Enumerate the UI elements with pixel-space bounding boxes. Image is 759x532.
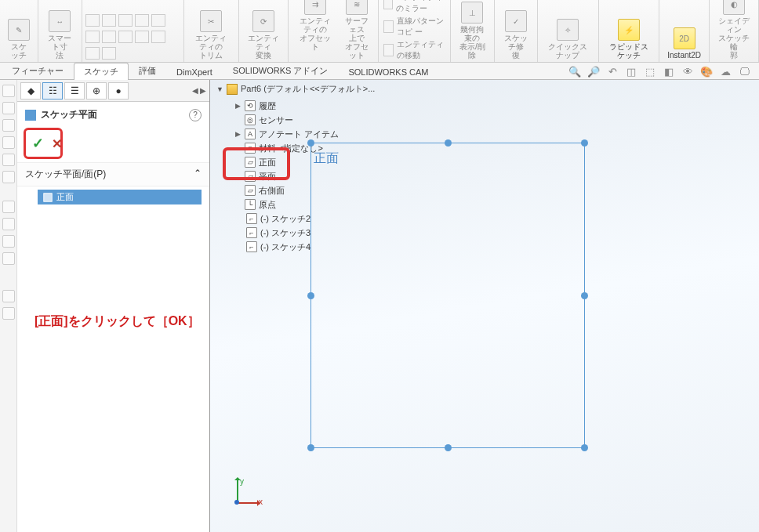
tp-view-palette-icon[interactable] (2, 136, 15, 149)
tab-addins[interactable]: SOLIDWORKS アドイン (223, 62, 339, 79)
breadcrumb: ▼ Part6 (デフォルト<<デフォルト>... (216, 83, 375, 95)
tp-icon-11[interactable] (2, 290, 15, 302)
arc-tool[interactable] (118, 14, 133, 27)
hide-show-icon[interactable]: 👁 (681, 64, 695, 78)
selected-plane[interactable]: 正面 (38, 190, 202, 204)
view-settings-icon[interactable]: 🖵 (737, 64, 751, 78)
tab-dimxpert[interactable]: DimXpert (166, 64, 223, 79)
scene-icon[interactable]: ☁ (718, 64, 732, 78)
crumb-expand-icon[interactable]: ▼ (216, 85, 223, 93)
move-icon[interactable] (383, 44, 394, 56)
mirror-icon[interactable] (383, 0, 393, 9)
fillet-tool[interactable] (85, 47, 100, 60)
tree-history[interactable]: ▶⟲履歴 (221, 99, 339, 113)
tab-evaluate[interactable]: 評価 (129, 62, 166, 79)
face-icon (42, 192, 53, 203)
zoom-fit-icon[interactable]: 🔍 (568, 64, 582, 78)
reference-triad[interactable]: y x (221, 479, 260, 518)
convert-cmd[interactable]: ⟳ エンティティ 変換 (244, 9, 283, 61)
ok-button[interactable]: ✓ (32, 135, 44, 152)
appearance-icon[interactable]: 🎨 (699, 64, 714, 78)
dimxpert-manager-tab[interactable]: ⊕ (86, 82, 107, 100)
handle-br[interactable] (581, 444, 588, 451)
plane-icon: ▱ (245, 185, 256, 196)
trim-icon: ✂ (200, 10, 222, 32)
tp-icon-7[interactable] (2, 201, 15, 213)
handle-mr[interactable] (581, 292, 588, 299)
slot-tool[interactable] (85, 31, 100, 43)
view-orient-icon[interactable]: ⬚ (643, 64, 657, 78)
repair-cmd[interactable]: ✓ スケッチ修 復 (499, 9, 533, 61)
display-manager-tab[interactable]: ● (108, 82, 129, 100)
spline-tool[interactable] (151, 14, 165, 27)
tab-cam[interactable]: SOLIDWORKS CAM (338, 64, 438, 79)
selected-plane-graphic[interactable] (310, 143, 585, 448)
zoom-area-icon[interactable]: 🔎 (586, 64, 601, 78)
material-icon: ≡ (245, 143, 256, 154)
handle-bl[interactable] (307, 444, 314, 451)
section-view-icon[interactable]: ◫ (624, 64, 638, 78)
text-tool[interactable] (135, 31, 149, 43)
axis-x-label: x (259, 498, 263, 506)
next-page[interactable]: ▶ (200, 86, 206, 95)
snap-cmd[interactable]: ✧ クイックスナップ (543, 17, 594, 61)
convert-icon: ⟳ (252, 10, 274, 32)
annotations-icon: A (245, 128, 256, 139)
tp-custom-props-icon[interactable] (2, 171, 15, 183)
tab-features[interactable]: フィーチャー (2, 62, 74, 79)
sketch-cmd[interactable]: ✎ スケッチ (5, 17, 33, 61)
sketch-icon: ⌐ (246, 213, 257, 224)
graphics-viewport[interactable]: ▼ Part6 (デフォルト<<デフォルト>... ▶⟲履歴 ◎センサー ▶Aア… (210, 80, 759, 532)
display-style-icon[interactable]: ◧ (662, 64, 676, 78)
tree-sensors[interactable]: ◎センサー (221, 113, 339, 127)
handle-ml[interactable] (307, 292, 314, 299)
handle-tc[interactable] (445, 139, 452, 147)
handle-bc[interactable] (445, 444, 452, 451)
instant2d-cmd[interactable]: 2D Instant2D (664, 26, 704, 61)
crumb-part[interactable]: Part6 (デフォルト<<デフォルト>... (241, 83, 375, 95)
trim-cmd[interactable]: ✂ エンティティの トリム (189, 9, 234, 61)
manager-tabs: ◆ ☷ ☰ ⊕ ● ◀▶ (17, 80, 209, 102)
tp-appearances-icon[interactable] (2, 154, 15, 166)
polygon-tool[interactable] (102, 31, 116, 43)
handle-tr[interactable] (581, 139, 588, 147)
pm-title-text: スケッチ平面 (41, 108, 97, 121)
tp-icon-10[interactable] (2, 252, 15, 265)
handle-tl[interactable] (307, 139, 314, 147)
tp-icon-12[interactable] (2, 307, 15, 320)
rect-tool[interactable] (135, 14, 149, 27)
section-sketch-plane[interactable]: スケッチ平面/面(P) ⌃ (17, 162, 209, 186)
sensors-icon: ◎ (245, 114, 256, 125)
property-manager-tab[interactable]: ☷ (42, 82, 63, 100)
collapse-icon[interactable]: ⌃ (194, 168, 202, 181)
circle-tool[interactable] (102, 14, 116, 27)
tp-icon-8[interactable] (2, 218, 15, 230)
feature-manager-tab[interactable]: ◆ (20, 82, 41, 100)
point-tool[interactable] (151, 31, 165, 43)
surf-offset-cmd[interactable]: ≋ サーフェス 上で オフセット (340, 0, 373, 61)
surf-offset-icon: ≋ (346, 0, 368, 15)
chamfer-tool[interactable] (102, 47, 116, 60)
offset-cmd[interactable]: ⇉ エンティティの オフセット (293, 0, 337, 61)
line-tool[interactable] (85, 14, 100, 27)
cancel-button[interactable]: ✕ (52, 136, 62, 151)
tp-icon-9[interactable] (2, 235, 15, 248)
config-manager-tab[interactable]: ☰ (64, 82, 85, 100)
help-icon[interactable]: ? (189, 109, 202, 121)
tp-resources-icon[interactable] (2, 85, 15, 97)
snap-icon: ✧ (557, 19, 579, 41)
pattern-icon[interactable] (383, 20, 393, 33)
rapid-sketch-cmd[interactable]: ⚡ ラピッドスケッチ (604, 17, 655, 61)
prev-page[interactable]: ◀ (192, 86, 198, 95)
axis-z (234, 500, 239, 505)
origin-icon: └ (245, 199, 256, 210)
smart-dim-cmd[interactable]: ↔ スマート寸 法 (43, 9, 77, 61)
ellipse-tool[interactable] (118, 31, 133, 43)
tp-file-explorer-icon[interactable] (2, 119, 15, 132)
tp-design-lib-icon[interactable] (2, 102, 15, 114)
prev-view-icon[interactable]: ↶ (605, 64, 619, 78)
shading-cmd[interactable]: ◐ シェイディン スケッチ輪 郭 (714, 0, 754, 61)
constraint-cmd[interactable]: ⊥ 幾何拘束の 表示/削除 (456, 0, 489, 61)
tab-sketch[interactable]: スケッチ (74, 63, 129, 80)
tree-annotations[interactable]: ▶Aアノテート アイテム (221, 127, 339, 141)
